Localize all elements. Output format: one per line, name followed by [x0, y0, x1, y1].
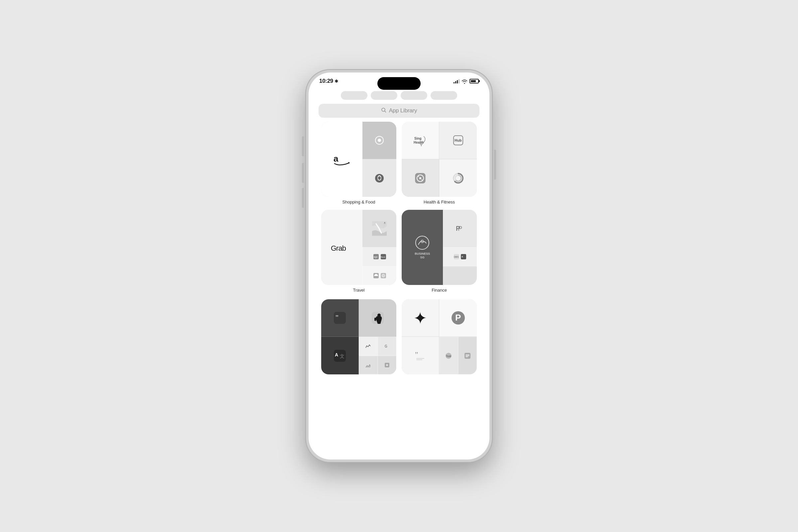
app-gemini-icon: [402, 299, 439, 337]
signal-icon: [454, 79, 459, 83]
svg-text:✕: ✕: [461, 255, 463, 258]
svg-text:G: G: [385, 344, 387, 348]
phone-screen: 10:29 ✱: [308, 73, 490, 459]
finance-small-apps: DBS ✕: [443, 247, 477, 285]
hue-mini-grid: hue: [439, 337, 477, 374]
app-maps-icon: [362, 210, 396, 247]
category-row-1: a: [316, 122, 482, 205]
status-asterisk: ✱: [335, 78, 339, 84]
category-row-3: ": [316, 299, 482, 374]
search-bar-placeholder: App Library: [389, 108, 417, 114]
svg-text:A: A: [335, 352, 338, 358]
app-reading-icon: [359, 299, 396, 337]
svg-point-4: [378, 139, 381, 142]
app-grab-icon: Grab: [321, 210, 362, 285]
svg-text:P: P: [455, 312, 461, 323]
page-dot-4: [431, 91, 457, 100]
app-catalog-icon: [362, 122, 396, 159]
battery-icon: [470, 79, 479, 83]
category-health-fitness-label: Health & Fitness: [402, 200, 477, 205]
app-pinterest-icon: P: [439, 299, 477, 337]
app-sg-business-icon: BUSINESSSG: [402, 210, 443, 285]
svg-text:Grab: Grab: [331, 244, 346, 252]
svg-line-16: [422, 179, 422, 180]
app-amazon-icon: a: [321, 122, 362, 197]
app-paypal-icon: P P: [443, 210, 477, 247]
app-quotes2-icon: ": [402, 337, 439, 374]
svg-text:": ": [415, 350, 418, 359]
category-travel-label: Travel: [321, 288, 396, 292]
svg-text:ago: ago: [374, 256, 378, 258]
category-shopping-food[interactable]: a: [321, 122, 396, 205]
app-translate-icon: A 文: [321, 337, 359, 374]
svg-text:hue: hue: [446, 355, 451, 358]
status-icons: [454, 79, 479, 83]
page-dot-3: [401, 91, 427, 100]
svg-point-14: [419, 177, 421, 179]
category-health-fitness[interactable]: Sing Health Hub: [402, 122, 477, 205]
category-shopping-food-label: Shopping & Food: [321, 200, 396, 205]
app-quotes-icon: ": [321, 299, 359, 337]
app-singhealth-icon: Sing Health: [402, 122, 439, 159]
svg-point-30: [383, 275, 384, 276]
page-dot-1: [341, 91, 367, 100]
category-finance[interactable]: BUSINESSSG P P DBS: [402, 210, 477, 292]
status-time: 10:29: [319, 78, 333, 84]
category-finance-label: Finance: [402, 288, 477, 292]
svg-text:DBS: DBS: [454, 256, 459, 258]
category-utilities-left[interactable]: ": [321, 299, 396, 374]
svg-text:文: 文: [340, 354, 344, 359]
category-utilities-right[interactable]: P ": [402, 299, 477, 374]
svg-text:a: a: [334, 154, 339, 164]
search-bar-container: App Library: [308, 102, 490, 122]
phone-device: 10:29 ✱: [306, 70, 492, 462]
svg-text:P: P: [458, 225, 462, 232]
app-mini-grid: G: [359, 337, 396, 374]
svg-text:Hub: Hub: [455, 138, 462, 142]
dynamic-island: [377, 77, 421, 90]
category-row-2: Grab: [316, 210, 482, 292]
svg-text:Book: Book: [381, 256, 386, 258]
travel-small-apps: ago Book: [362, 247, 396, 285]
svg-line-1: [385, 111, 386, 112]
app-hub-icon: Hub: [439, 122, 477, 159]
wifi-icon: [461, 79, 468, 83]
svg-text:Sing: Sing: [414, 137, 422, 140]
page-dot-2: [371, 91, 397, 100]
app-plugin-icon: [402, 159, 439, 197]
category-travel[interactable]: Grab: [321, 210, 396, 292]
svg-text:": ": [336, 313, 339, 322]
search-icon: [381, 108, 386, 114]
page-dots: [308, 89, 490, 102]
search-bar[interactable]: App Library: [319, 104, 479, 118]
app-activity-icon: [439, 159, 477, 197]
app-library-grid: a: [308, 122, 490, 374]
svg-point-5: [375, 174, 384, 183]
app-starbucks-icon: [362, 159, 396, 197]
svg-line-15: [418, 176, 419, 177]
